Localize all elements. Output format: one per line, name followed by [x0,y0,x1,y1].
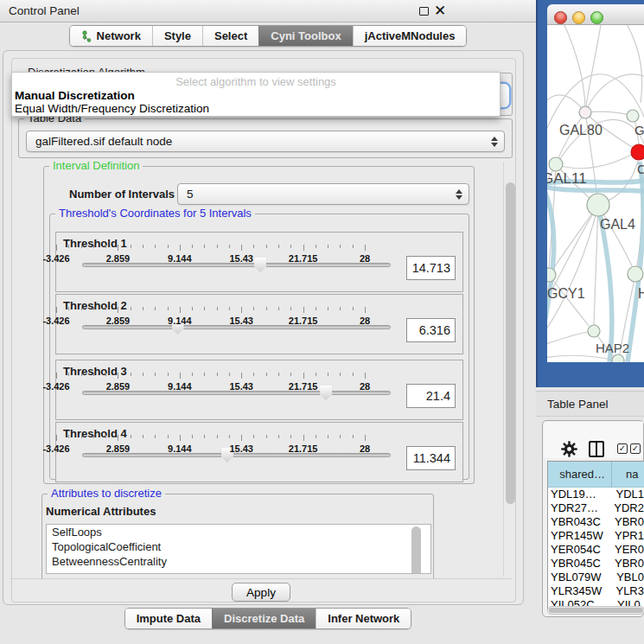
table-cell[interactable]: YLR3 [610,584,644,598]
table-row[interactable]: YBR043CYBR0 [548,515,644,529]
attributes-group: Attributes to discretize Numerical Attri… [41,494,434,578]
table-hscrollbar[interactable] [547,606,644,615]
table-cell[interactable]: YBL0 [611,571,644,584]
attribute-item[interactable]: SelfLoops [47,525,430,539]
close-window-icon[interactable] [554,11,567,24]
table-data-combobox[interactable]: galFiltered.sif default node [26,131,505,152]
network-node[interactable] [612,354,624,362]
table-row[interactable]: YDL19…YDL1 [548,488,644,501]
table-cell[interactable]: YER0 [609,543,644,557]
table-cell[interactable]: YBR045C [548,557,609,571]
numerical-attributes-list[interactable]: SelfLoopsTopologicalCoefficientBetweenne… [46,524,431,574]
tab-select[interactable]: Select [202,26,258,46]
network-canvas-svg: GAL80GACGAL11GAL4GCY1HHAP2 [547,25,644,362]
network-node-gal80[interactable] [579,106,591,118]
table-row[interactable]: YBL079WYBL0 [548,571,644,584]
tab-label: jActiveMNodules [365,29,456,42]
table-column-header[interactable]: na [612,462,644,488]
close-icon[interactable]: ✕ [434,2,446,21]
apply-button[interactable]: Apply [232,583,290,602]
table-cell[interactable]: YBR0 [609,557,644,571]
tab-jactivemnodules[interactable]: jActiveMNodules [353,26,467,46]
minimize-window-icon[interactable] [572,11,585,24]
table-cell[interactable]: YPR145W [548,529,609,543]
network-edge[interactable] [586,25,601,106]
float-window-icon[interactable] [419,7,429,16]
table-panel: ✓ ✓ shared…na YDL19…YDL1YDR27…YDR2YBR043… [542,420,644,617]
network-node-h[interactable] [628,266,643,282]
network-edge[interactable] [564,25,585,106]
tab-cyni-toolbox[interactable]: Cyni Toolbox [258,26,352,46]
threshold-value-field[interactable]: 21.4 [406,384,456,408]
table-cell[interactable]: YDL1 [610,488,644,501]
network-window-titlebar[interactable] [547,4,644,25]
slider-tick-labels: -3.4262.8599.14415.4321.71528 [56,253,365,264]
network-node-label: GAL11 [547,170,587,187]
threshold-value-field[interactable]: 14.713 [406,256,456,280]
top-tabbar: NetworkStyleSelectCyni ToolboxjActiveMNo… [0,25,536,47]
network-canvas[interactable]: GAL80GACGAL11GAL4GCY1HHAP2 [547,25,644,362]
network-node-label: GAL4 [600,217,635,232]
checkbox-icon-2[interactable]: ✓ [630,443,641,454]
table-cell[interactable]: YPR1 [609,529,644,543]
columns-icon[interactable] [589,441,604,457]
gear-icon[interactable] [561,441,577,460]
network-edge[interactable] [547,355,612,360]
tab-discretize-data[interactable]: Discretize Data [212,609,316,628]
network-edge[interactable] [585,112,633,116]
table-row[interactable]: YER054CYER0 [548,543,644,557]
network-edge[interactable] [585,74,644,112]
slider-ticks [56,373,365,379]
panel-scrollbar[interactable] [503,162,515,577]
threshold-value-field[interactable]: 11.344 [406,446,456,470]
table-cell[interactable]: YDR27… [548,501,609,515]
panel-scrollbar-thumb[interactable] [506,182,515,504]
table-row[interactable]: YPR145WYPR1 [548,529,644,543]
tab-impute-data[interactable]: Impute Data [125,609,212,628]
network-node-ga[interactable] [627,110,639,122]
algorithm-option[interactable]: Equal Width/Frequency Discretization [12,102,500,115]
table-panel-toolbar: ✓ ✓ [544,422,643,458]
table-row[interactable]: YBR045CYBR0 [548,557,644,571]
attribute-item[interactable]: TopologicalCoefficient [47,539,430,554]
table-column-header[interactable]: shared… [548,462,612,488]
number-of-intervals-combobox[interactable]: 5 [177,183,469,205]
zoom-window-icon[interactable] [590,11,603,24]
network-edge[interactable] [547,332,588,347]
table-row[interactable]: YLR345WYLR3 [548,584,644,598]
apply-row: Apply [10,578,512,604]
tab-style[interactable]: Style [152,26,202,46]
threshold-value-field[interactable]: 6.316 [406,318,456,342]
network-node-hap2[interactable] [588,325,600,337]
algorithm-option[interactable]: Manual Discretization [12,89,500,102]
tab-infer-network[interactable]: Infer Network [316,609,411,628]
table-cell[interactable]: YBR0 [609,515,644,529]
window-traffic-lights [554,11,603,24]
tab-label: Select [214,29,247,42]
table-cell[interactable]: YDL19… [548,488,610,501]
numerical-attributes-heading: Numerical Attributes [46,505,156,518]
checkbox-icon-1[interactable]: ✓ [617,443,628,454]
network-node-c[interactable] [631,144,644,160]
table-cell[interactable]: YDR2 [609,501,644,515]
settings-scroll-area: Interval Definition Number of Intervals … [13,162,502,578]
slider-tick-labels: -3.4262.8599.14415.4321.71528 [56,443,365,454]
network-node-gal11[interactable] [549,157,563,171]
table-cell[interactable]: YLR345W [548,584,610,598]
network-edge[interactable] [556,112,585,164]
tab-network[interactable]: Network [70,26,152,46]
list-scrollbar-thumb[interactable] [411,526,421,574]
network-node-gcy1[interactable] [547,268,556,282]
table-hscrollbar-thumb[interactable] [549,608,643,613]
network-edge[interactable] [594,205,598,325]
network-node-gal4[interactable] [587,194,609,216]
interval-definition-group: Interval Definition Number of Intervals … [43,166,475,484]
table-row[interactable]: YDR27…YDR2 [548,501,644,515]
attribute-item[interactable]: BetweennessCentrality [47,554,430,569]
network-edge[interactable] [625,25,642,103]
combobox-stepper-icon [453,189,469,200]
top-tab-group: NetworkStyleSelectCyni ToolboxjActiveMNo… [69,25,468,47]
table-cell[interactable]: YBL079W [548,571,611,584]
table-cell[interactable]: YBR043C [548,515,609,529]
table-cell[interactable]: YER054C [548,543,609,557]
